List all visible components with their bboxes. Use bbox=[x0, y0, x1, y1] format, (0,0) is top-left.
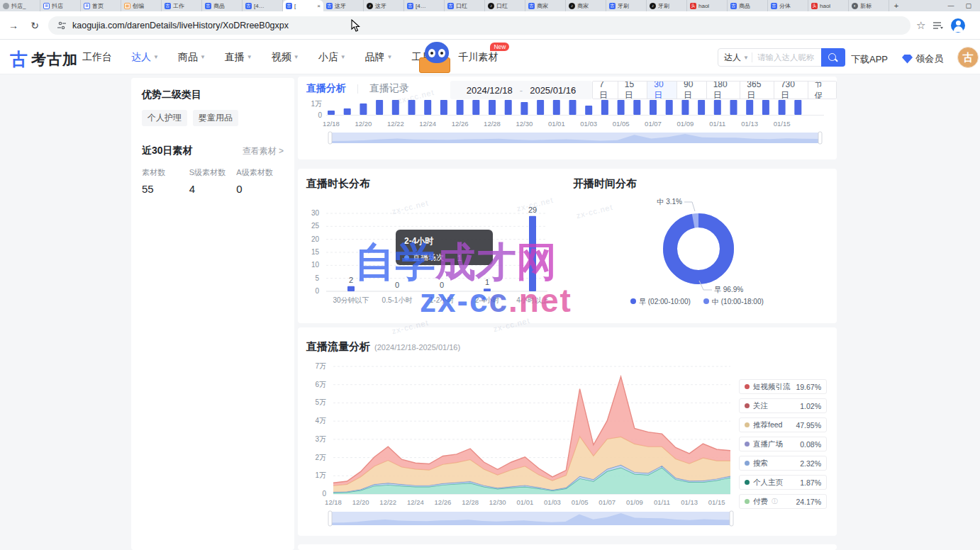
tooltip-series-dot bbox=[404, 255, 409, 260]
browser-tab-10[interactable]: ♪这牙 bbox=[364, 0, 404, 11]
kaogujia-logo[interactable]: 古 考古加 bbox=[10, 47, 78, 71]
svg-text:30分钟以下: 30分钟以下 bbox=[333, 296, 369, 304]
browser-tab-8[interactable]: 古[× bbox=[283, 0, 323, 11]
daily-sessions-chart[interactable]: 1万012/1812/2012/2212/2412/2612/2812/3001… bbox=[298, 96, 837, 159]
search-category-dropdown[interactable]: 达人▼ bbox=[718, 52, 752, 64]
svg-text:1-2小时: 1-2小时 bbox=[430, 296, 454, 304]
browser-tab-16[interactable]: 古牙刷 bbox=[606, 0, 647, 11]
bookmark-star-icon[interactable]: ☆ bbox=[916, 19, 925, 32]
nav-item-达人[interactable]: 达人▼ bbox=[131, 51, 159, 64]
legend-推荐feed[interactable]: 推荐feed47.95% bbox=[739, 417, 827, 432]
legend-付费[interactable]: 付费ⓘ24.17% bbox=[739, 494, 827, 509]
legend-个人主页[interactable]: 个人主页1.87% bbox=[739, 475, 827, 490]
browser-tab-17[interactable]: ♪牙刷 bbox=[647, 0, 687, 11]
tab-live-records[interactable]: 直播记录 bbox=[369, 82, 409, 95]
browser-tab-12[interactable]: 古口红 bbox=[445, 0, 485, 11]
svg-text:0: 0 bbox=[440, 281, 444, 289]
browser-tab-strip: 抖店_≣抖店≣首页▦创编古工作古商品古[4…古[×古这牙♪这牙古[4…古口红♪口… bbox=[0, 0, 980, 11]
browser-tab-13[interactable]: ♪口红 bbox=[485, 0, 525, 11]
search-button[interactable] bbox=[821, 48, 845, 67]
new-tab-button[interactable]: + bbox=[889, 0, 903, 11]
tab-title: [4… bbox=[254, 3, 265, 9]
talent-search-box[interactable]: 达人▼ 请输入达人昵称 bbox=[718, 48, 845, 67]
site-settings-icon[interactable] bbox=[57, 21, 67, 30]
stat-label: 素材数 bbox=[142, 167, 189, 178]
tab-live-analysis[interactable]: 直播分析 bbox=[306, 82, 346, 95]
material-title: 近30日素材 bbox=[142, 145, 193, 157]
browser-profile-icon[interactable] bbox=[951, 18, 965, 33]
douyin-favicon: ♪ bbox=[569, 3, 575, 9]
nav-item-视频[interactable]: 视频▼ bbox=[272, 51, 299, 64]
browser-tab-21[interactable]: 头haol bbox=[808, 0, 849, 11]
forward-button[interactable]: → bbox=[6, 18, 21, 33]
minimize-button[interactable]: — bbox=[947, 2, 954, 9]
browser-tab-14[interactable]: 古商家 bbox=[525, 0, 566, 11]
nav-item-品牌[interactable]: 品牌▼ bbox=[365, 51, 393, 64]
legend-label: 个人主页 bbox=[753, 478, 783, 488]
legend-dot bbox=[745, 442, 750, 447]
nav-item-小店[interactable]: 小店▼ bbox=[318, 51, 346, 64]
browser-tab-4[interactable]: ▦创编 bbox=[121, 0, 162, 11]
url-text[interactable]: kaogujia.com/darenDetails/liveHistory/Xo… bbox=[72, 21, 289, 30]
legend-搜索[interactable]: 搜索2.32% bbox=[739, 456, 827, 471]
browser-tab-2[interactable]: ≣抖店 bbox=[40, 0, 81, 11]
date-start: 2024/12/18 bbox=[467, 85, 513, 96]
browser-tab-1[interactable]: 抖店_ bbox=[0, 0, 40, 11]
tooltip-value: 1 bbox=[457, 254, 462, 262]
browser-tab-6[interactable]: 古商品 bbox=[202, 0, 243, 11]
live-analysis-card: 直播分析 直播记录 2024/12/18 - 2025/01/16 7日15日3… bbox=[298, 77, 837, 159]
duration-and-start-time-charts[interactable]: 30252015105020012930分钟以下0.5-1小时1-2小时2-4小… bbox=[298, 169, 837, 323]
svg-text:7万: 7万 bbox=[315, 362, 326, 370]
address-bar[interactable]: kaogujia.com/darenDetails/liveHistory/Xo… bbox=[48, 16, 911, 35]
info-icon[interactable]: ⓘ bbox=[772, 497, 778, 506]
nav-item-商品[interactable]: 商品▼ bbox=[178, 51, 206, 64]
tab-title: 商家 bbox=[537, 2, 548, 10]
chart-tooltip: 2-4小时 直播场次 1 bbox=[396, 230, 493, 265]
douyin-favicon: ♪ bbox=[650, 3, 656, 9]
maximize-button[interactable]: ▢ bbox=[965, 2, 971, 9]
reload-button[interactable]: ↻ bbox=[27, 18, 43, 33]
next-card-edge bbox=[298, 544, 837, 550]
browser-tab-19[interactable]: 古商品 bbox=[728, 0, 768, 11]
legend-直播广场[interactable]: 直播广场0.08% bbox=[739, 437, 827, 451]
browser-tab-9[interactable]: 古这牙 bbox=[323, 0, 364, 11]
kaogujia-logo-icon: 古 bbox=[10, 47, 28, 71]
svg-text:12/24: 12/24 bbox=[419, 120, 436, 128]
browser-tab-11[interactable]: 古[4… bbox=[404, 0, 445, 11]
user-avatar[interactable]: 古 bbox=[957, 47, 979, 68]
reading-list-icon[interactable] bbox=[932, 21, 944, 30]
nav-item-千川素材[interactable]: 千川素材New bbox=[458, 51, 498, 64]
kaogujia-favicon: 古 bbox=[205, 3, 211, 9]
browser-tab-3[interactable]: ≣首页 bbox=[81, 0, 121, 11]
tab-close-icon[interactable]: × bbox=[317, 3, 321, 9]
legend-短视频引流[interactable]: 短视频引流19.67% bbox=[739, 379, 827, 394]
svg-text:12/30: 12/30 bbox=[489, 498, 506, 506]
view-material-link[interactable]: 查看素材 > bbox=[243, 145, 284, 157]
svg-text:12/28: 12/28 bbox=[484, 120, 501, 128]
nav-item-工作台[interactable]: 工作台 bbox=[82, 51, 112, 64]
legend-关注[interactable]: 关注1.02% bbox=[739, 398, 827, 413]
browser-tab-5[interactable]: 古工作 bbox=[162, 0, 202, 11]
legend-value: 2.32% bbox=[800, 459, 821, 468]
browser-tab-22[interactable]: ◐新标 bbox=[849, 0, 889, 11]
kaogujia-favicon: 古 bbox=[165, 3, 171, 9]
browser-toolbar: → ↻ kaogujia.com/darenDetails/liveHistor… bbox=[0, 11, 980, 40]
browser-tab-18[interactable]: 头haol bbox=[687, 0, 728, 11]
svg-text:01/09: 01/09 bbox=[677, 120, 694, 128]
douyin-favicon: ♪ bbox=[367, 3, 373, 9]
kaogujia-favicon: 古 bbox=[609, 3, 616, 9]
browser-tab-15[interactable]: ♪商家 bbox=[566, 0, 606, 11]
category-tag: 个人护理 bbox=[142, 110, 187, 126]
nav-item-直播[interactable]: 直播▼ bbox=[225, 51, 252, 64]
kaogujia-favicon: 古 bbox=[447, 3, 454, 9]
browser-tab-7[interactable]: 古[4… bbox=[243, 0, 283, 11]
get-membership-link[interactable]: 领会员 bbox=[902, 52, 943, 65]
svg-text:5万: 5万 bbox=[315, 398, 326, 406]
svg-text:1: 1 bbox=[485, 278, 489, 286]
svg-text:6万: 6万 bbox=[315, 381, 326, 388]
download-app-link[interactable]: 下载APP bbox=[851, 53, 888, 66]
search-input[interactable]: 请输入达人昵称 bbox=[752, 52, 822, 63]
category-title: 优势二级类目 bbox=[142, 89, 284, 101]
mascot-banner[interactable] bbox=[415, 40, 459, 74]
browser-tab-20[interactable]: 古分体 bbox=[768, 0, 808, 11]
